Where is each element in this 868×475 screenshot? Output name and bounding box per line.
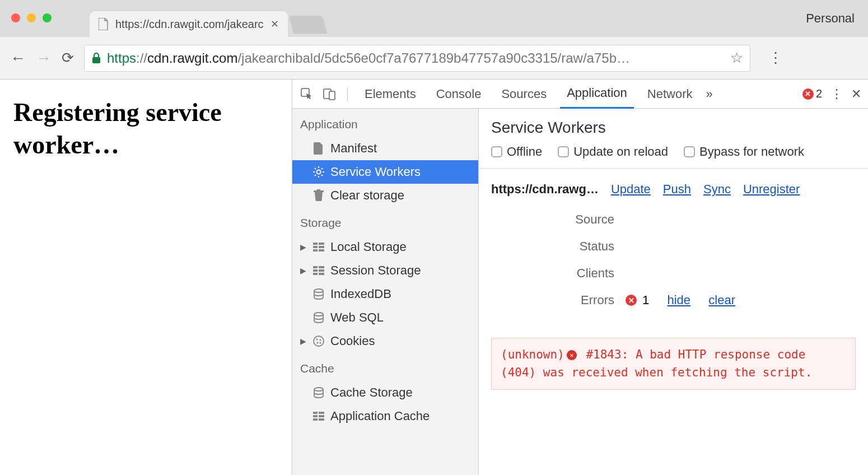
forward-button[interactable]: → <box>36 49 52 67</box>
unregister-link[interactable]: Unregister <box>743 182 800 197</box>
application-sidebar: Application Manifest Service Workers Cle… <box>292 109 479 475</box>
browser-tab[interactable]: https://cdn.rawgit.com/jakearc ✕ <box>90 11 288 37</box>
sidebar-item-session-storage[interactable]: ▶ Session Storage <box>292 259 478 282</box>
svg-rect-30 <box>319 415 324 417</box>
devtools-tab-elements[interactable]: Elements <box>358 80 423 109</box>
svg-point-20 <box>314 313 323 316</box>
gear-icon <box>312 166 325 178</box>
traffic-lights <box>11 13 52 22</box>
errors-value: ✕ 1 hide clear <box>626 293 856 308</box>
devtools-tab-sources[interactable]: Sources <box>494 80 553 109</box>
grid-icon <box>312 264 325 277</box>
update-link[interactable]: Update <box>611 182 651 197</box>
service-workers-pane: Service Workers Offline Update on reload… <box>479 109 868 475</box>
devtools-body: Application Manifest Service Workers Cle… <box>292 109 868 475</box>
sidebar-item-cache-storage[interactable]: Cache Storage <box>292 381 478 404</box>
push-link[interactable]: Push <box>663 182 691 197</box>
maximize-window-button[interactable] <box>43 13 52 22</box>
address-bar[interactable]: https://cdn.rawgit.com/jakearchibald/5dc… <box>84 45 750 72</box>
file-icon <box>312 142 325 155</box>
svg-rect-28 <box>319 412 324 414</box>
svg-rect-17 <box>313 273 318 275</box>
svg-point-26 <box>314 388 323 391</box>
grid-icon <box>312 410 325 422</box>
error-count: 1 <box>642 293 649 308</box>
database-icon <box>312 386 325 399</box>
svg-point-24 <box>317 342 319 344</box>
expand-triangle-icon[interactable]: ▶ <box>300 337 307 346</box>
lock-icon <box>91 53 101 64</box>
svg-rect-9 <box>313 246 318 248</box>
sidebar-item-application-cache[interactable]: Application Cache <box>292 404 478 428</box>
devtools-tab-application[interactable]: Application <box>560 80 634 109</box>
error-message-box: (unknown)✕ #1843: A bad HTTP response co… <box>491 338 856 390</box>
sidebar-item-local-storage[interactable]: ▶ Local Storage <box>292 235 478 259</box>
minimize-window-button[interactable] <box>27 13 36 22</box>
sidebar-item-label: Manifest <box>330 141 377 156</box>
page-viewport: Registering service worker… <box>0 80 292 475</box>
reload-button[interactable]: ⟳ <box>62 49 74 67</box>
devtools-panel: Elements Console Sources Application Net… <box>292 80 868 475</box>
svg-rect-8 <box>319 243 324 245</box>
sync-link[interactable]: Sync <box>703 182 731 197</box>
svg-rect-18 <box>319 273 324 275</box>
devtools-tabbar: Elements Console Sources Application Net… <box>292 80 868 109</box>
sidebar-item-label: Cookies <box>330 334 375 348</box>
expand-triangle-icon[interactable]: ▶ <box>300 266 307 275</box>
service-worker-actions-row: https://cdn.rawg… Update Push Sync Unreg… <box>491 182 856 197</box>
database-icon <box>312 288 325 300</box>
hide-errors-link[interactable]: hide <box>667 293 690 308</box>
sidebar-section-cache: Cache <box>292 353 478 381</box>
expand-triangle-icon[interactable]: ▶ <box>300 243 307 252</box>
bypass-for-network-checkbox[interactable]: Bypass for network <box>684 145 804 159</box>
svg-point-4 <box>317 170 321 174</box>
error-indicator[interactable]: ✕ 2 <box>802 87 822 100</box>
offline-checkbox[interactable]: Offline <box>491 145 542 159</box>
close-window-button[interactable] <box>11 13 20 22</box>
sidebar-item-label: Session Storage <box>330 263 421 278</box>
update-on-reload-checkbox[interactable]: Update on reload <box>558 145 668 159</box>
device-toolbar-icon[interactable] <box>321 86 337 102</box>
svg-point-25 <box>320 342 321 344</box>
sidebar-item-indexeddb[interactable]: IndexedDB <box>292 282 478 306</box>
errors-label: Errors <box>536 293 614 308</box>
sidebar-item-service-workers[interactable]: Service Workers <box>292 160 478 184</box>
cookie-icon <box>312 335 325 347</box>
file-icon <box>99 18 109 30</box>
error-source: (unknown) <box>501 348 564 361</box>
url-text: https://cdn.rawgit.com/jakearchibald/5dc… <box>107 50 630 66</box>
new-tab-button[interactable] <box>288 16 327 34</box>
back-button[interactable]: ← <box>10 49 26 67</box>
inspect-element-icon[interactable] <box>299 86 315 102</box>
error-icon: ✕ <box>567 350 577 360</box>
grid-icon <box>312 241 325 253</box>
browser-menu-button[interactable]: ⋮ <box>768 49 783 67</box>
sidebar-item-cookies[interactable]: ▶ Cookies <box>292 329 478 353</box>
sidebar-item-manifest[interactable]: Manifest <box>292 137 478 160</box>
devtools-tab-network[interactable]: Network <box>641 80 699 109</box>
svg-rect-7 <box>313 243 318 245</box>
sidebar-item-label: IndexedDB <box>330 287 391 301</box>
clear-errors-link[interactable]: clear <box>708 293 735 308</box>
window-titlebar: https://cdn.rawgit.com/jakearc ✕ Persona… <box>0 0 868 37</box>
tab-title: https://cdn.rawgit.com/jakearc <box>115 18 264 31</box>
clients-label: Clients <box>536 266 614 281</box>
tab-close-icon[interactable]: ✕ <box>270 18 279 30</box>
separator <box>347 87 348 101</box>
devtools-close-icon[interactable]: ✕ <box>851 87 861 101</box>
svg-rect-0 <box>92 57 100 63</box>
status-label: Status <box>536 239 614 254</box>
sidebar-item-websql[interactable]: Web SQL <box>292 306 478 329</box>
pane-title: Service Workers <box>479 109 868 145</box>
devtools-tab-console[interactable]: Console <box>430 80 488 109</box>
svg-rect-12 <box>319 249 324 252</box>
service-worker-options: Offline Update on reload Bypass for netw… <box>479 145 868 169</box>
bookmark-star-icon[interactable]: ☆ <box>730 49 743 67</box>
source-label: Source <box>536 212 614 227</box>
more-tabs-icon[interactable]: » <box>706 87 712 101</box>
sidebar-item-clear-storage[interactable]: Clear storage <box>292 184 478 207</box>
browser-tabs: https://cdn.rawgit.com/jakearc ✕ <box>90 0 325 37</box>
svg-rect-10 <box>319 246 324 248</box>
profile-label[interactable]: Personal <box>806 11 855 26</box>
devtools-settings-icon[interactable]: ⋮ <box>829 86 844 102</box>
